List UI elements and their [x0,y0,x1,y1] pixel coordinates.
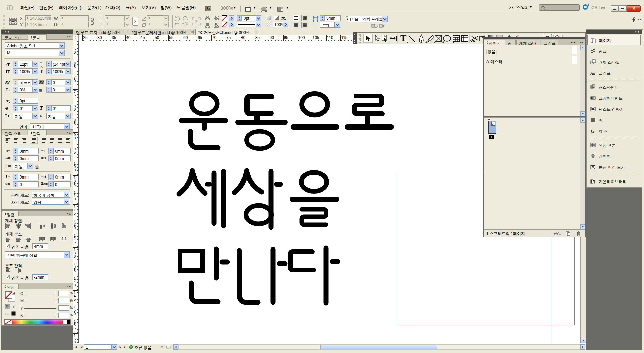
svg-text:T: T [12,304,15,309]
svg-text:t..: t.. [5,312,9,316]
svg-text:Aa: Aa [590,71,595,76]
svg-text:T: T [400,33,406,43]
svg-text:P: P [194,19,197,24]
svg-text:fx: fx [591,129,594,134]
